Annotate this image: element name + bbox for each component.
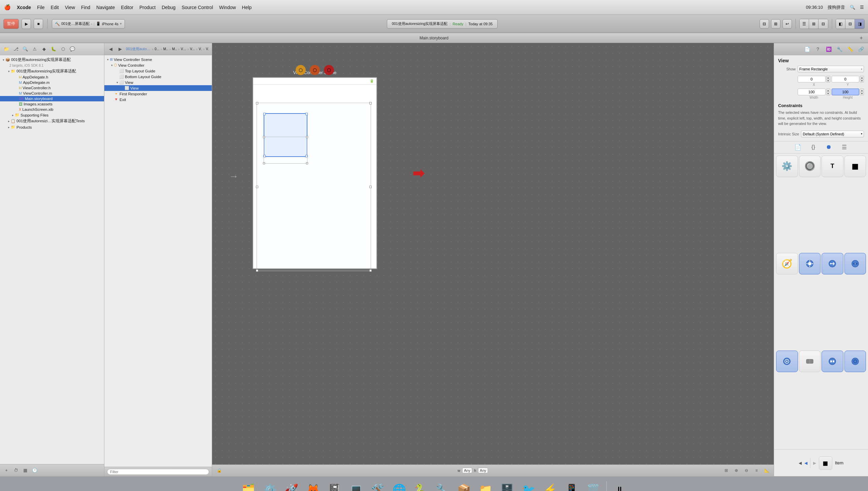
file-main-storyboard[interactable]: SB Main.storyboard — [0, 96, 104, 102]
build-stop-button[interactable]: ■ — [34, 19, 43, 29]
nav-breakpoint-icon[interactable]: ⬡ — [59, 46, 67, 53]
project-root-item[interactable]: 📦 001使用autoresizing实现屏幕适配 — [0, 57, 104, 63]
dock-xcode[interactable]: ⚡ — [540, 480, 560, 491]
outline-top-layout[interactable]: ⬜ Top Layout Guide — [104, 68, 212, 74]
vc-icon-yellow[interactable]: ⬡ — [296, 65, 306, 75]
folder-tests[interactable]: 📋 001使用autoresizi…实现屏幕适配Tests — [0, 118, 104, 124]
obj-lib-tab-file[interactable]: 📄 — [793, 142, 803, 152]
x-step-down[interactable]: ▼ — [826, 79, 830, 83]
w-stepper[interactable]: ▲ ▼ — [826, 89, 830, 95]
dock-filezilla[interactable]: 🗄️ — [497, 480, 517, 491]
nav-git-icon[interactable]: ⎇ — [12, 46, 20, 53]
menu-editor[interactable]: Editor — [121, 5, 133, 10]
dock-folder[interactable]: 📁 — [476, 480, 495, 491]
y-step-down[interactable]: ▼ — [860, 79, 864, 83]
menu-view[interactable]: View — [65, 5, 75, 10]
menu-window[interactable]: Window — [219, 5, 236, 10]
menu-xcode[interactable]: Xcode — [17, 5, 31, 10]
x-stepper[interactable]: ▲ ▼ — [826, 76, 830, 83]
outline-vc[interactable]: ⬡ View Controller — [104, 62, 212, 68]
dock-bird[interactable]: 🐦 — [519, 480, 538, 491]
outer-view-box[interactable] — [257, 103, 371, 271]
menu-help[interactable]: Help — [242, 5, 252, 10]
menu-edit[interactable]: Edit — [51, 5, 59, 10]
toolbar-codebrowser-btn[interactable]: ⊞ — [771, 19, 780, 29]
dock-launchpad[interactable]: 🚀 — [282, 480, 301, 491]
outline-first-responder[interactable]: 🔸 First Responder — [104, 91, 212, 97]
x-input[interactable]: 0 — [798, 76, 826, 83]
dock-finder[interactable]: 🗂️ — [239, 480, 258, 491]
version-editor-toggle[interactable]: ⊟ — [818, 19, 828, 29]
item-icon-box[interactable]: ◼ — [819, 456, 832, 470]
zoom-fit-button[interactable]: ⊞ — [723, 467, 730, 474]
outline-forward-button[interactable]: ▶ — [117, 46, 124, 53]
intrinsic-size-dropdown[interactable]: Default (System Defined) ▾ — [801, 131, 864, 137]
dock-simulator[interactable]: 📱 — [562, 480, 581, 491]
assistant-editor-toggle[interactable]: ⊞ — [809, 19, 818, 29]
outline-scene[interactable]: ⊞ View Controller Scene — [104, 57, 212, 62]
nav-log-icon[interactable]: 💬 — [69, 46, 76, 53]
file-appdelegate-m[interactable]: M AppDelegate.m — [0, 80, 104, 85]
y-step-up[interactable]: ▲ — [860, 76, 864, 79]
menu-file[interactable]: File — [37, 5, 45, 10]
dock-wrench[interactable]: 🔧 — [433, 480, 452, 491]
menu-navigate[interactable]: Navigate — [96, 5, 115, 10]
toolbar-jump-btn[interactable]: ↩ — [782, 19, 792, 29]
y-input[interactable]: 0 — [832, 76, 860, 83]
w-input[interactable]: 100 — [798, 89, 826, 95]
dock-trash[interactable]: 🗑️ — [583, 480, 603, 491]
obj-cell-9[interactable] — [799, 351, 821, 372]
folder-supporting-files[interactable]: 📁 Supporting Files — [0, 112, 104, 118]
add-file-button[interactable]: + — [3, 467, 10, 474]
nav-folder-icon[interactable]: 📁 — [3, 46, 10, 53]
project-triangle[interactable] — [1, 58, 5, 62]
obj-cell-1[interactable]: 🔘 — [799, 155, 821, 177]
obj-cell-7[interactable] — [844, 253, 866, 275]
h-stepper[interactable]: ▲ ▼ — [860, 89, 864, 95]
inspector-show-dropdown[interactable]: Frame Rectangle ▾ — [798, 66, 864, 73]
outline-back-button[interactable]: ◀ — [107, 46, 115, 53]
item-back-chevron[interactable]: ◀ — [804, 461, 807, 465]
debug-toggle[interactable]: ⊟ — [845, 19, 855, 29]
run-button[interactable]: ▶ — [22, 19, 31, 29]
obj-cell-4[interactable]: 🧭 — [776, 253, 798, 275]
stop-button[interactable]: 暂停 — [3, 19, 19, 29]
panel-visibility-toggle[interactable]: ◧ ⊟ ◨ — [836, 19, 865, 29]
storyboard-canvas[interactable]: → View Controller Scene ⬡ ⬡ ⬡ 🔋 — [212, 43, 774, 464]
obj-cell-6[interactable] — [821, 253, 843, 275]
x-step-up[interactable]: ▲ — [826, 76, 830, 79]
obj-lib-tab-objects[interactable]: ⏺ — [824, 142, 834, 152]
item-next-button-gray[interactable]: ▶ — [813, 461, 816, 465]
filter-button[interactable]: ▦ — [22, 467, 29, 474]
folder-products[interactable]: 📁 Products — [0, 124, 104, 130]
file-launchscreen-xib[interactable]: X LaunchScreen.xib — [0, 107, 104, 112]
y-stepper[interactable]: ▲ ▼ — [860, 76, 864, 83]
breadcrumb-view3[interactable]: View — [206, 47, 209, 51]
nav-test-icon[interactable]: ◆ — [40, 46, 48, 53]
file-viewcontroller-m[interactable]: M ViewController.m — [0, 91, 104, 96]
insp-size-btn[interactable]: 📏 — [846, 45, 855, 54]
project-group-item[interactable]: 📁 001使用autoresizing实现屏幕适配 — [0, 68, 104, 75]
breadcrumb-project[interactable]: 001使用autoresizing实现屏幕适配 — [126, 47, 151, 52]
item-prev-button[interactable]: ◀ — [799, 461, 802, 465]
outline-view-parent[interactable]: ⬜ View — [104, 80, 212, 85]
menu-hamburger-icon[interactable]: ☰ — [860, 5, 864, 10]
breadcrumb-view2[interactable]: View — [199, 47, 202, 51]
zoom-out-button[interactable]: ⊖ — [743, 467, 750, 474]
inspector-toggle[interactable]: ◨ — [855, 19, 864, 29]
outline-filter-input[interactable] — [107, 469, 209, 475]
dock-sysprefs[interactable]: ⚙️ — [260, 480, 280, 491]
toolbar-layout-btn[interactable]: ⊟ — [759, 19, 769, 29]
menu-debug[interactable]: Debug — [161, 5, 175, 10]
obj-lib-tab-media[interactable]: ☰ — [839, 142, 849, 152]
menu-search-icon[interactable]: 🔍 — [850, 5, 855, 10]
breadcrumb-folder[interactable]: 00…配 — [154, 47, 159, 52]
dock-pause-btn[interactable]: ⏸ — [610, 480, 630, 491]
insp-quick-help-btn[interactable]: ? — [813, 45, 822, 54]
h-step-down[interactable]: ▼ — [860, 92, 864, 95]
obj-cell-10[interactable] — [821, 351, 843, 372]
breadcrumb-vc[interactable]: Vi…ene — [181, 47, 186, 51]
nav-search-icon[interactable]: 🔍 — [22, 46, 29, 53]
vc-icon-orange[interactable]: ⬡ — [310, 65, 320, 75]
obj-cell-3[interactable]: ◼ — [844, 155, 866, 177]
